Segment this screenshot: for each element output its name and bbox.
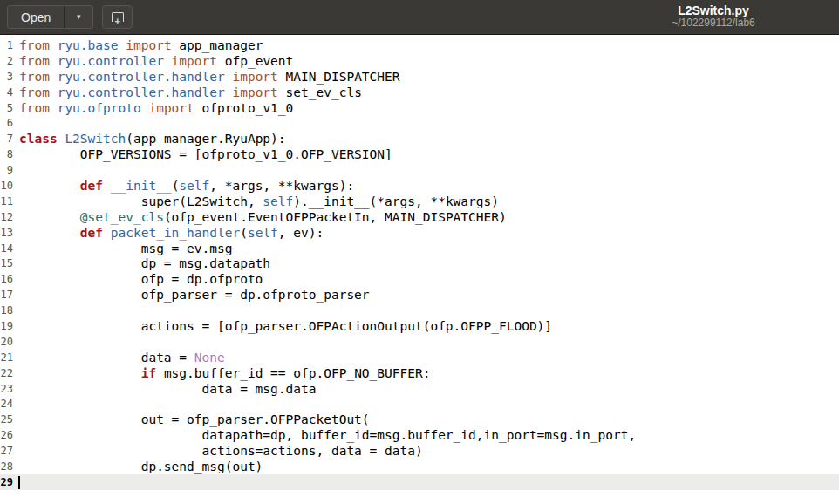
line-number: 15 (0, 257, 13, 269)
line-number: 10 (0, 180, 13, 192)
code-line[interactable]: 19 actions = [ofp_parser.OFPActionOutput… (0, 318, 839, 334)
code-line[interactable]: 25 out = ofp_parser.OFPPacketOut( (0, 412, 839, 427)
new-document-button[interactable]: + (102, 5, 133, 29)
code-line[interactable]: 27 actions=actions, data = data) (0, 443, 839, 459)
code-line[interactable]: 4from ryu.controller.handler import set_… (0, 85, 839, 100)
code-text: from ryu.controller.handler import MAIN_… (13, 70, 839, 84)
code-line[interactable]: 28 dp.send_msg(out) (0, 459, 839, 474)
code-line[interactable]: 3from ryu.controller.handler import MAIN… (0, 69, 839, 85)
window-title: L2Switch.py (672, 3, 755, 17)
line-number: 6 (0, 117, 13, 129)
code-text: class L2Switch(app_manager.RyuApp): (13, 132, 839, 146)
line-number: 25 (0, 413, 13, 426)
open-dropdown-button[interactable]: ▾ (65, 5, 93, 29)
line-number: 1 (0, 39, 13, 51)
line-number: 2 (0, 55, 13, 67)
open-split-button: Open ▾ (7, 5, 93, 29)
code-line[interactable]: 7class L2Switch(app_manager.RyuApp): (0, 131, 839, 146)
code-text: datapath=dp, buffer_id=msg.buffer_id,in_… (13, 428, 839, 442)
code-line[interactable]: 14 msg = ev.msg (0, 241, 839, 256)
code-line[interactable]: 13 def packet_in_handler(self, ev): (0, 225, 839, 241)
code-text: dp = msg.datapath (13, 256, 839, 270)
code-lines: 1from ryu.base import app_manager2from r… (0, 37, 839, 490)
open-button[interactable]: Open (7, 5, 65, 29)
code-line[interactable]: 16 ofp = dp.ofproto (0, 271, 839, 287)
code-line[interactable]: 15 dp = msg.datapath (0, 255, 839, 271)
code-line[interactable]: 17 ofp_parser = dp.ofproto_parser (0, 287, 839, 303)
code-line[interactable]: 2from ryu.controller import ofp_event (0, 53, 839, 69)
code-text (13, 475, 839, 490)
code-line[interactable]: 1from ryu.base import app_manager (0, 37, 839, 53)
code-text: @set_ev_cls(ofp_event.EventOFPPacketIn, … (13, 210, 839, 224)
code-line[interactable]: 12 @set_ev_cls(ofp_event.EventOFPPacketI… (0, 209, 839, 225)
code-line[interactable]: 29 (0, 474, 839, 490)
window-title-box: L2Switch.py ~/102299112/lab6 (672, 3, 755, 30)
line-number: 11 (0, 195, 13, 208)
line-number: 20 (0, 336, 13, 348)
line-number: 8 (0, 148, 13, 160)
code-text: msg = ev.msg (13, 242, 839, 255)
code-text: dp.send_msg(out) (13, 460, 839, 473)
line-number: 13 (0, 227, 13, 239)
open-button-label: Open (21, 10, 51, 24)
code-text: out = ofp_parser.OFPPacketOut( (13, 412, 839, 426)
line-number: 7 (0, 133, 13, 145)
code-text: from ryu.controller import ofp_event (13, 54, 839, 68)
line-number: 19 (0, 320, 13, 332)
code-text: data = msg.data (13, 382, 839, 396)
code-text: actions = [ofp_parser.OFPActionOutput(of… (13, 319, 839, 333)
code-text: ofp_parser = dp.ofproto_parser (13, 288, 839, 302)
code-text: actions=actions, data = data) (13, 444, 839, 458)
window-subtitle: ~/102299112/lab6 (672, 17, 755, 30)
code-line[interactable]: 18 (0, 303, 839, 318)
line-number: 23 (0, 383, 13, 395)
line-number: 17 (0, 289, 13, 301)
line-number: 28 (0, 460, 13, 473)
code-editor[interactable]: 1from ryu.base import app_manager2from r… (0, 35, 839, 504)
code-line[interactable]: 10 def __init__(self, *args, **kwargs): (0, 178, 839, 194)
code-line[interactable]: 23 data = msg.data (0, 381, 839, 397)
code-line[interactable]: 20 (0, 334, 839, 350)
line-number: 26 (0, 429, 13, 441)
code-line[interactable]: 11 super(L2Switch, self).__init__(*args,… (0, 194, 839, 209)
line-number: 5 (0, 102, 13, 114)
line-number: 24 (0, 398, 13, 410)
code-text: from ryu.base import app_manager (13, 38, 839, 52)
code-line[interactable]: 9 (0, 162, 839, 178)
code-line[interactable]: 6 (0, 115, 839, 131)
line-number: 4 (0, 86, 13, 99)
code-line[interactable]: 22 if msg.buffer_id == ofp.OFP_NO_BUFFER… (0, 365, 839, 381)
line-number: 9 (0, 164, 13, 176)
new-document-icon: + (112, 12, 124, 22)
code-text: ofp = dp.ofproto (13, 272, 839, 286)
code-line[interactable]: 5from ryu.ofproto import ofproto_v1_0 (0, 100, 839, 116)
code-text: from ryu.controller.handler import set_e… (13, 85, 839, 99)
line-number: 12 (0, 211, 13, 223)
code-text: OFP_VERSIONS = [ofproto_v1_0.OFP_VERSION… (13, 147, 839, 161)
line-number: 22 (0, 367, 13, 379)
code-line[interactable]: 24 (0, 396, 839, 412)
chevron-down-icon: ▾ (77, 13, 81, 21)
code-text: from ryu.ofproto import ofproto_v1_0 (13, 101, 839, 115)
code-text: def packet_in_handler(self, ev): (13, 226, 839, 240)
text-cursor (18, 476, 20, 489)
line-number: 16 (0, 273, 13, 285)
code-text: super(L2Switch, self).__init__(*args, **… (13, 194, 839, 208)
line-number: 18 (0, 304, 13, 317)
code-line[interactable]: 26 datapath=dp, buffer_id=msg.buffer_id,… (0, 427, 839, 443)
code-line[interactable]: 21 data = None (0, 350, 839, 365)
code-line[interactable]: 8 OFP_VERSIONS = [ofproto_v1_0.OFP_VERSI… (0, 146, 839, 162)
code-text: data = None (13, 351, 839, 364)
line-number: 27 (0, 445, 13, 457)
line-number: 29 (0, 476, 13, 488)
line-number: 14 (0, 242, 13, 255)
line-number: 21 (0, 351, 13, 364)
header-bar: Open ▾ + L2Switch.py ~/102299112/lab6 (0, 0, 839, 35)
code-text: def __init__(self, *args, **kwargs): (13, 179, 839, 193)
code-text: if msg.buffer_id == ofp.OFP_NO_BUFFER: (13, 366, 839, 380)
line-number: 3 (0, 71, 13, 83)
